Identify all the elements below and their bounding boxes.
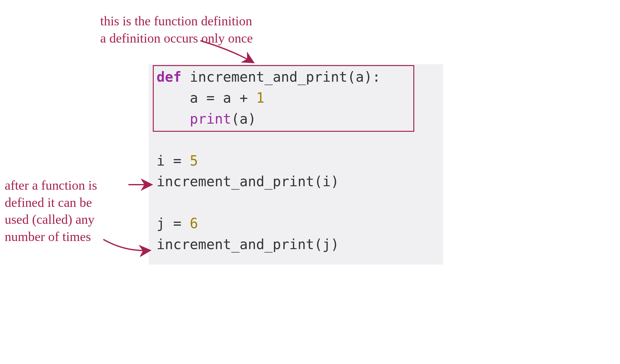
number-literal: 5 [190,153,198,169]
code-line-call-j: increment_and_print(j) [157,234,435,255]
code-line-blank [157,192,435,213]
code-line-body1: a = a + 1 [157,88,435,109]
arrow-to-call-j-icon [100,235,157,257]
annotation-text-line: after a function is [5,177,97,194]
annotation-text-line: this is the function definition [100,13,253,30]
code-line-body2: print(a) [157,109,435,130]
code-line-blank [157,130,435,151]
code-block: def increment_and_print(a): a = a + 1 pr… [149,64,443,264]
keyword-def: def [157,69,181,85]
annotation-text-line: defined it can be [5,194,97,211]
annotation-definition: this is the function definition a defini… [100,13,253,47]
code-line-def: def increment_and_print(a): [157,67,435,88]
number-literal: 1 [256,90,265,106]
annotation-calls: after a function is defined it can be us… [5,177,97,245]
annotation-text-line: number of times [5,228,97,245]
number-literal: 6 [190,215,198,231]
func-signature: increment_and_print(a): [181,69,380,85]
builtin-print: print [190,111,231,127]
annotation-text-line: used (called) any [5,211,97,228]
code-line-j-assign: j = 6 [157,213,435,234]
code-line-i-assign: i = 5 [157,151,435,172]
code-line-call-i: increment_and_print(i) [157,171,435,192]
annotation-text-line: a definition occurs only once [100,30,253,47]
